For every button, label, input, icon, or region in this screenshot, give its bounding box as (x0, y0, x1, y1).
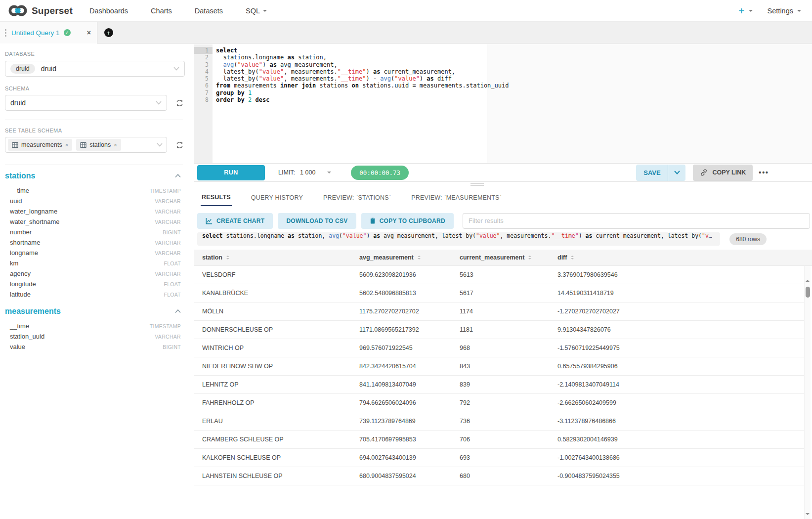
refresh-icon (175, 140, 184, 150)
column-name: agency (10, 270, 31, 277)
sql-token: 1 (248, 89, 252, 96)
nav-item-datasets[interactable]: Datasets (195, 7, 223, 15)
copy-link-button[interactable]: COPY LINK (693, 165, 753, 181)
chart-icon (206, 217, 213, 224)
refresh-schemas-button[interactable] (174, 97, 185, 108)
refresh-tables-button[interactable] (174, 139, 185, 150)
table-row: LEHNITZ OP841.1409813407049839-2.1409813… (194, 376, 804, 394)
drag-handle-icon[interactable] (470, 183, 484, 187)
save-button[interactable]: SAVE (636, 165, 668, 181)
sql-token: diff (434, 75, 452, 82)
table-chip-stations[interactable]: stations × (76, 139, 121, 151)
table-row: DONNERSCHLEUSE OP1171.086956521739211819… (194, 321, 804, 339)
column-row: water_longnameVARCHAR (5, 206, 185, 216)
top-nav: Superset Dashboards Charts Datasets SQL … (0, 0, 812, 22)
chevron-up-icon[interactable] (175, 174, 181, 178)
filter-results-input[interactable] (463, 213, 810, 229)
sql-token: order by (216, 96, 245, 103)
table-chip-measurements[interactable]: measurements × (8, 139, 72, 151)
column-name: number (10, 228, 32, 236)
caret-down-icon[interactable] (749, 10, 753, 14)
pane-splitter[interactable] (194, 182, 812, 188)
table-section-stations[interactable]: stations (5, 170, 185, 182)
caret-down-icon (263, 10, 267, 14)
chevron-up-icon[interactable] (175, 309, 181, 313)
table-cell: 1174 (450, 308, 548, 315)
new-query-tab-button[interactable]: + (97, 22, 120, 43)
sql-editor[interactable]: 12345678 select stations.longname as sta… (194, 44, 812, 163)
sql-token (216, 61, 223, 68)
sql-token: , measurements. (284, 68, 337, 75)
scroll-down-icon[interactable] (806, 513, 810, 515)
nav-item-sql[interactable]: SQL (246, 7, 267, 15)
editor-code[interactable]: select stations.longname as station, avg… (216, 47, 812, 103)
table-cell: LAHNSTEIN SCHLEUSE OP (194, 473, 349, 479)
code-line: avg("value") as avg_measurement, (216, 61, 812, 68)
column-type: BIGINT (163, 344, 181, 350)
nav-item-charts[interactable]: Charts (151, 7, 172, 15)
results-tab-query-history[interactable]: QUERY HISTORY (250, 189, 304, 206)
superset-brand[interactable]: Superset (8, 4, 73, 17)
refresh-icon (175, 98, 184, 108)
editor-gutter: 12345678 (194, 44, 213, 163)
new-item-button[interactable]: + (738, 5, 744, 16)
close-icon[interactable]: × (87, 29, 91, 37)
sql-token: as (288, 54, 295, 61)
query-tab[interactable]: Untitled Query 1 ✓ × (0, 22, 97, 43)
sql-token: , measurements. (284, 75, 337, 82)
table-cell: KALKOFEN SCHLEUSE OP (194, 454, 349, 461)
save-split-button: SAVE (636, 165, 685, 181)
sql-token: group by (216, 89, 245, 96)
database-select[interactable]: druid druid (5, 61, 185, 77)
column-header-current_measurement[interactable]: current_measurement (450, 254, 548, 261)
sql-token: station, (295, 54, 327, 61)
table-row: WINTRICH OP969.576071922545968-1.5760719… (194, 339, 804, 357)
download-csv-label: DOWNLOAD TO CSV (286, 217, 347, 224)
download-csv-button[interactable]: DOWNLOAD TO CSV (278, 213, 356, 229)
brand-name: Superset (32, 5, 73, 16)
query-tab-title: Untitled Query 1 (11, 29, 60, 37)
chip-remove-icon[interactable]: × (114, 142, 117, 148)
sql-token: avg_measurement, (277, 61, 338, 68)
column-row: uuidVARCHAR (5, 196, 185, 206)
column-header-label: avg_measurement (359, 254, 414, 261)
table-cell: 705.4170697995853 (349, 436, 450, 443)
caret-down-icon[interactable] (797, 10, 801, 14)
table-section-measurements[interactable]: measurements (5, 305, 185, 318)
results-tab-preview-stations-[interactable]: PREVIEW: `STATIONS` (322, 189, 392, 206)
column-header-diff[interactable]: diff (548, 254, 812, 261)
table-cell: 3.3769017980639546 (548, 271, 804, 278)
chip-remove-icon[interactable]: × (65, 142, 68, 148)
schema-select[interactable]: druid (5, 95, 167, 111)
table-cell: FAHRENHOLZ OP (194, 399, 349, 406)
copy-clipboard-button[interactable]: COPY TO CLIPBOARD (361, 213, 454, 229)
table-cell: -1.5760719225449975 (548, 345, 804, 351)
code-line: stations.longname as station, (216, 54, 812, 61)
table-cell: LEHNITZ OP (194, 381, 349, 388)
create-chart-button[interactable]: CREATE CHART (197, 213, 273, 229)
nav-item-dashboards[interactable]: Dashboards (89, 7, 128, 15)
sql-token: as (427, 75, 433, 82)
limit-dropdown[interactable]: LIMIT: 1 000 (278, 169, 331, 176)
sql-token: on (352, 82, 359, 89)
table-cell: 839 (450, 381, 548, 388)
table-cell: DONNERSCHLEUSE OP (194, 326, 349, 333)
column-header-station[interactable]: station (194, 254, 349, 261)
settings-menu[interactable]: Settings (768, 7, 793, 15)
column-header-avg_measurement[interactable]: avg_measurement (349, 254, 450, 261)
more-actions-button[interactable]: ••• (759, 169, 769, 176)
results-tab-preview-measurements-[interactable]: PREVIEW: `MEASUREMENTS` (410, 189, 503, 206)
limit-value: 1 000 (300, 169, 315, 176)
column-name: __time (10, 322, 29, 330)
nav-item-sql-label: SQL (246, 7, 260, 15)
scroll-up-icon[interactable] (806, 280, 810, 282)
run-button[interactable]: RUN (197, 165, 265, 180)
table-select[interactable]: measurements × stations × (5, 137, 167, 153)
column-type: VARCHAR (155, 250, 181, 256)
save-options-button[interactable] (668, 165, 685, 181)
drag-dots-icon[interactable] (5, 29, 6, 37)
results-tab-results[interactable]: RESULTS (201, 189, 232, 206)
column-type: TIMESTAMP (150, 323, 181, 329)
vertical-scrollbar[interactable] (804, 266, 811, 519)
scroll-thumb[interactable] (806, 287, 810, 298)
